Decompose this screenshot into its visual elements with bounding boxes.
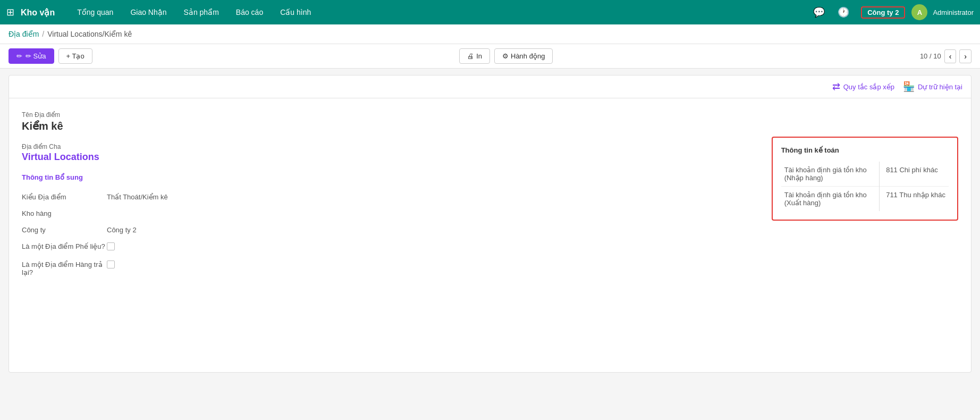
nav-cau-hinh[interactable]: Cấu hình [273, 0, 318, 24]
field-value-3 [107, 238, 755, 256]
sort-rules-button[interactable]: ⇄ Quy tắc sắp xếp [832, 81, 894, 93]
breadcrumb: Địa điểm / Virtual Locations/Kiểm kê [0, 24, 980, 44]
action-bar: ⇄ Quy tắc sắp xếp 🏪 Dự trữ hiện tại [9, 75, 971, 98]
pagination-next[interactable]: › [959, 49, 971, 63]
nav-tong-quan[interactable]: Tổng quan [70, 0, 121, 24]
field-row-1: Kho hàng [22, 205, 755, 222]
form-left: Tên Địa điểm Kiểm kê Địa điểm Cha Virtua… [22, 111, 755, 281]
additional-info-table: Kiểu Địa điểm Thất Thoát/Kiểm kê Kho hàn… [22, 189, 755, 281]
app-title: Kho vận [21, 7, 55, 18]
additional-info-title: Thông tin Bổ sung [22, 173, 755, 181]
breadcrumb-current: Virtual Locations/Kiểm kê [47, 30, 132, 38]
accounting-row-0: Tài khoản định giá tồn kho (Nhập hàng) 8… [781, 162, 949, 187]
field-label-1: Kho hàng [22, 205, 107, 222]
accounting-table: Tài khoản định giá tồn kho (Nhập hàng) 8… [781, 162, 949, 211]
field-value-0: Thất Thoát/Kiểm kê [107, 189, 755, 205]
field-label-4: Là một Địa điểm Hàng trả lại? [22, 256, 107, 281]
pagination-count: 10 / 10 [920, 52, 941, 60]
field-label-0: Kiểu Địa điểm [22, 189, 107, 205]
form-right: Thông tin kế toán Tài khoản định giá tồn… [772, 111, 958, 281]
field-value-1 [107, 205, 755, 222]
nav-san-pham[interactable]: Sản phẩm [176, 0, 226, 24]
user-avatar: A [911, 4, 927, 20]
user-name[interactable]: Administrator [933, 9, 974, 16]
field-row-3: Là một Địa điểm Phế liệu? [22, 238, 755, 256]
accounting-row-1: Tài khoản định giá tồn kho (Xuất hàng) 7… [781, 187, 949, 212]
checkbox-return[interactable] [107, 261, 115, 268]
field-label-3: Là một Địa điểm Phế liệu? [22, 238, 107, 256]
breadcrumb-parent[interactable]: Địa điểm [9, 30, 39, 38]
pagination-prev[interactable]: ‹ [944, 49, 957, 63]
field-row-4: Là một Địa điểm Hàng trả lại? [22, 256, 755, 281]
main-card: ⇄ Quy tắc sắp xếp 🏪 Dự trữ hiện tại Tên … [9, 75, 971, 373]
inventory-icon: 🏪 [903, 81, 915, 93]
parent-label: Địa điểm Cha [22, 143, 755, 150]
field-label-2: Công ty [22, 222, 107, 238]
toolbar: ✏ ✏ Sửa + Tạo 🖨 In ⚙ Hành động 10 / 10 ‹… [0, 44, 980, 69]
print-icon: 🖨 [467, 52, 474, 60]
nav-giao-nhan[interactable]: Giao Nhận [123, 0, 174, 24]
field-row-2: Công ty Công ty 2 [22, 222, 755, 238]
chat-icon[interactable]: 💬 [808, 6, 830, 18]
field-row-0: Kiểu Địa điểm Thất Thoát/Kiểm kê [22, 189, 755, 205]
company-badge[interactable]: Công ty 2 [861, 6, 905, 19]
parent-value[interactable]: Virtual Locations [22, 152, 755, 163]
app-grid-icon[interactable]: ⊞ [6, 6, 14, 18]
inventory-button[interactable]: 🏪 Dự trữ hiện tại [903, 81, 962, 93]
location-name-group: Tên Địa điểm Kiểm kê [22, 111, 755, 132]
create-button[interactable]: + Tạo [58, 48, 92, 64]
sort-icon: ⇄ [832, 81, 840, 93]
accounting-label-1: Tài khoản định giá tồn kho (Xuất hàng) [781, 187, 880, 212]
accounting-title: Thông tin kế toán [781, 146, 949, 154]
location-name-value: Kiểm kê [22, 120, 755, 132]
field-value-4 [107, 256, 755, 281]
edit-button[interactable]: ✏ ✏ Sửa [9, 48, 54, 64]
pagination: 10 / 10 ‹ › [920, 49, 971, 63]
top-navigation: ⊞ Kho vận Tổng quan Giao Nhận Sản phẩm B… [0, 0, 980, 24]
accounting-label-0: Tài khoản định giá tồn kho (Nhập hàng) [781, 162, 880, 187]
gear-icon: ⚙ [502, 52, 509, 60]
location-name-label: Tên Địa điểm [22, 111, 755, 119]
checkbox-scrap[interactable] [107, 242, 115, 250]
pencil-icon: ✏ [16, 52, 22, 60]
parent-location-group: Địa điểm Cha Virtual Locations [22, 143, 755, 163]
form-content: Tên Địa điểm Kiểm kê Địa điểm Cha Virtua… [9, 98, 971, 293]
accounting-value-1: 711 Thu nhập khác [880, 187, 949, 212]
clock-icon[interactable]: 🕐 [832, 6, 855, 18]
nav-bao-cao[interactable]: Báo cáo [229, 0, 271, 24]
accounting-value-0: 811 Chi phí khác [880, 162, 949, 187]
field-value-2[interactable]: Công ty 2 [107, 222, 755, 238]
action-button[interactable]: ⚙ Hành động [494, 48, 553, 64]
accounting-box: Thông tin kế toán Tài khoản định giá tồn… [772, 137, 958, 221]
print-button[interactable]: 🖨 In [459, 48, 490, 64]
breadcrumb-separator: / [42, 30, 44, 38]
